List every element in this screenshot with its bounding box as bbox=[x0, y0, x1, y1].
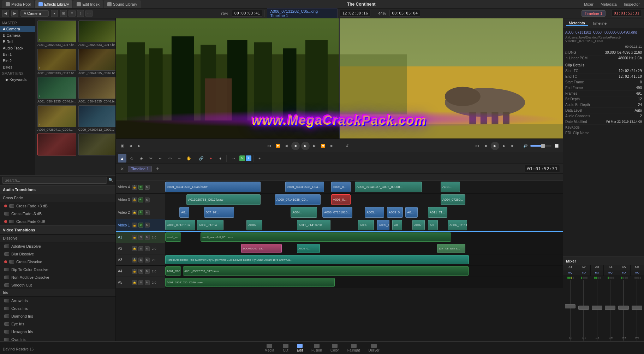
a2-clip-2[interactable]: 137_full_with-a... bbox=[437, 244, 465, 253]
v2-clip-1[interactable]: 007_97... bbox=[204, 207, 234, 218]
v1-clip-3[interactable]: A011_71418228... bbox=[297, 220, 330, 230]
clip-color-btn[interactable]: ● bbox=[207, 154, 215, 163]
trim-tool-btn[interactable]: ◇ bbox=[127, 154, 136, 163]
mixer-eq-m1[interactable]: EQ bbox=[631, 271, 644, 276]
thumb-item-3[interactable]: A001_03041535_C046.br... bbox=[78, 49, 115, 75]
bottom-tab-color[interactable]: Color bbox=[330, 344, 339, 352]
v1-clip-4[interactable]: A005... bbox=[358, 220, 374, 230]
v2-clip-6[interactable]: A0... bbox=[405, 207, 418, 218]
bin-item-keywords[interactable]: ▶ Keywords bbox=[0, 76, 35, 83]
close-timeline-btn[interactable]: ✕ bbox=[119, 165, 126, 172]
thumb-item-5[interactable]: A001_03041535_C046.br... bbox=[78, 77, 115, 103]
step-back-btn[interactable]: ⏪ bbox=[274, 142, 281, 149]
a3-content[interactable]: Forest Ambience Pine Summer Day Light Wi… bbox=[165, 254, 563, 265]
a2-clip-1[interactable]: A006_0... bbox=[297, 244, 320, 253]
fader-knob-a5[interactable] bbox=[618, 306, 629, 310]
volume-slider[interactable] bbox=[541, 144, 545, 148]
v1-clip-8[interactable]: A0... bbox=[428, 220, 438, 230]
effect-hexagon-iris[interactable]: Hexagon Iris bbox=[0, 328, 115, 336]
effect-cross-fade-plus3[interactable]: Cross Fade +3 dB bbox=[0, 202, 115, 210]
effect-blur-dissolve[interactable]: Blur Dissolve bbox=[0, 250, 115, 258]
bin-item-bin2[interactable]: Bin 2 bbox=[0, 58, 35, 64]
grid-view-btn[interactable]: ⊞ bbox=[60, 10, 67, 17]
timeline-tab[interactable]: Timeline 1 bbox=[128, 166, 152, 172]
mixer-btn[interactable]: Mixer bbox=[582, 2, 596, 6]
link-btn[interactable]: 🔗 bbox=[197, 154, 205, 163]
camera-btn[interactable]: ● bbox=[51, 10, 58, 17]
bottom-tab-fusion[interactable]: Fusion bbox=[311, 344, 322, 352]
bottom-tab-fairlight[interactable]: Fairlight bbox=[347, 344, 360, 352]
effect-cross-iris[interactable]: Cross Iris bbox=[0, 305, 115, 312]
fader-a1[interactable]: -1.7 bbox=[564, 280, 577, 341]
a5-content[interactable]: A001_03041535_C046.braw bbox=[165, 277, 563, 288]
a1-mute-btn[interactable]: M bbox=[145, 235, 150, 240]
add-timeline-btn[interactable]: + bbox=[154, 165, 161, 172]
effect-cross-fade-minus3[interactable]: Cross Fade -3 dB bbox=[0, 210, 115, 218]
fader-knob-a4[interactable] bbox=[605, 306, 615, 310]
a5-mute-btn[interactable]: M bbox=[145, 280, 150, 285]
v4-clip-3[interactable]: A006_07141037_C006_00000... bbox=[355, 182, 422, 192]
slide-btn[interactable]: ⇔ bbox=[166, 154, 174, 163]
media-pool-tab[interactable]: Media Pool bbox=[2, 0, 34, 8]
a4-clip-1[interactable]: A001_03020733_C17.braw bbox=[183, 266, 469, 276]
mixer-eq-a4[interactable]: EQ bbox=[604, 271, 617, 276]
edit-index-tab[interactable]: Edit Index bbox=[73, 0, 103, 8]
a2-clip-0[interactable]: ZOOM0045_L8... bbox=[241, 244, 282, 253]
preview-nav-btn[interactable]: ◀ bbox=[127, 142, 134, 149]
a4-content[interactable]: A001_G80... A001_03020733_C17.braw bbox=[165, 266, 563, 277]
bin-item-b-roll[interactable]: B Roll bbox=[0, 39, 35, 45]
v1-clip-6[interactable]: A0... bbox=[392, 220, 402, 230]
fader-knob-m1[interactable] bbox=[632, 306, 642, 310]
timecode-display-3[interactable]: 00:05:05:04 bbox=[389, 10, 420, 17]
effects-library-tab[interactable]: Effects Library bbox=[35, 0, 72, 8]
skip-end-btn[interactable]: ⏭ bbox=[328, 142, 335, 149]
nav-fwd-btn[interactable]: ▶ bbox=[11, 10, 18, 17]
snapping-btn[interactable]: |⇒ bbox=[228, 154, 237, 163]
effect-additive-dissolve[interactable]: Additive Dissolve bbox=[0, 242, 115, 250]
a2-sync-btn[interactable]: S bbox=[138, 246, 143, 251]
play-btn[interactable]: ▶ bbox=[301, 142, 310, 150]
v2-clip-3[interactable]: A006_07131910... bbox=[322, 207, 352, 218]
v1-clip-5[interactable]: A009_0... bbox=[377, 220, 389, 230]
timeline-play-btn[interactable]: ▶ bbox=[491, 142, 499, 150]
v1-clip-1[interactable]: A006_71314... bbox=[197, 220, 223, 230]
v3-vis-btn[interactable]: 👁 bbox=[138, 197, 143, 202]
thumb-item-4[interactable]: ♪ A001_03041535_C046.br... bbox=[37, 77, 76, 103]
v2-clip-4[interactable]: A005... bbox=[365, 207, 384, 218]
v4-clip-0[interactable]: A001_03041535_C046.braw bbox=[165, 182, 261, 192]
bin-item-audio-track[interactable]: Audio Track bbox=[0, 45, 35, 51]
fader-knob-a1[interactable] bbox=[565, 304, 576, 308]
bottom-tab-cut[interactable]: Cut bbox=[283, 344, 288, 352]
v4-vis-btn[interactable]: 👁 bbox=[138, 185, 143, 190]
a5-lock-btn[interactable]: 🔒 bbox=[132, 280, 137, 285]
effect-non-additive[interactable]: Non-Additive Dissolve bbox=[0, 273, 115, 281]
a1-lock-btn[interactable]: 🔒 bbox=[132, 235, 137, 240]
slip-btn[interactable]: ↔ bbox=[156, 154, 165, 163]
fader-knob-a3[interactable] bbox=[592, 306, 602, 310]
mixer-eq-a2[interactable]: EQ bbox=[577, 271, 591, 276]
fader-a4[interactable]: -0.8 bbox=[604, 280, 616, 341]
effect-arrow-iris[interactable]: Arrow Iris bbox=[0, 297, 115, 305]
v4-content[interactable]: A001_03041535_C046.braw A001_03041535_C0… bbox=[165, 181, 563, 193]
a3-lock-btn[interactable]: 🔒 bbox=[132, 258, 137, 262]
thumb-item-8[interactable] bbox=[37, 134, 76, 156]
v4-clip-1[interactable]: A001_03041535_C04... bbox=[285, 182, 324, 192]
mixer-eq-a1[interactable]: EQ bbox=[564, 271, 577, 276]
fader-a5[interactable]: -0.8 bbox=[617, 280, 630, 341]
timeline-step-btn[interactable]: ▶ bbox=[501, 142, 508, 149]
v1-vis-btn[interactable]: 👁 bbox=[138, 223, 143, 228]
v3-clip-2[interactable]: A006_0... bbox=[331, 194, 351, 205]
a4-lock-btn[interactable]: 🔒 bbox=[132, 269, 137, 274]
thumb-item-2[interactable]: ♪ A001_03020733_C017.br... bbox=[37, 49, 76, 75]
v2-clip-5[interactable]: A009_0... bbox=[387, 207, 403, 218]
a2-content[interactable]: ZOOM0045_L8... A006_0... 137_full_with-a… bbox=[165, 243, 563, 254]
v1-clip-7[interactable]: A007... bbox=[412, 220, 425, 230]
effect-diamond-iris[interactable]: Diamond Iris bbox=[0, 312, 115, 320]
v3-lock-btn[interactable]: 🔒 bbox=[132, 197, 137, 202]
vol-btn[interactable]: 🔊 bbox=[522, 142, 529, 149]
sound-library-tab[interactable]: Sound Library bbox=[104, 0, 141, 8]
v4-lock-btn[interactable]: 🔒 bbox=[132, 185, 137, 190]
bottom-tab-edit[interactable]: Edit bbox=[297, 344, 303, 352]
timecode-display-2[interactable]: 12:02:30:16 bbox=[340, 10, 370, 17]
v2-lock-btn[interactable]: 🔒 bbox=[132, 210, 137, 215]
